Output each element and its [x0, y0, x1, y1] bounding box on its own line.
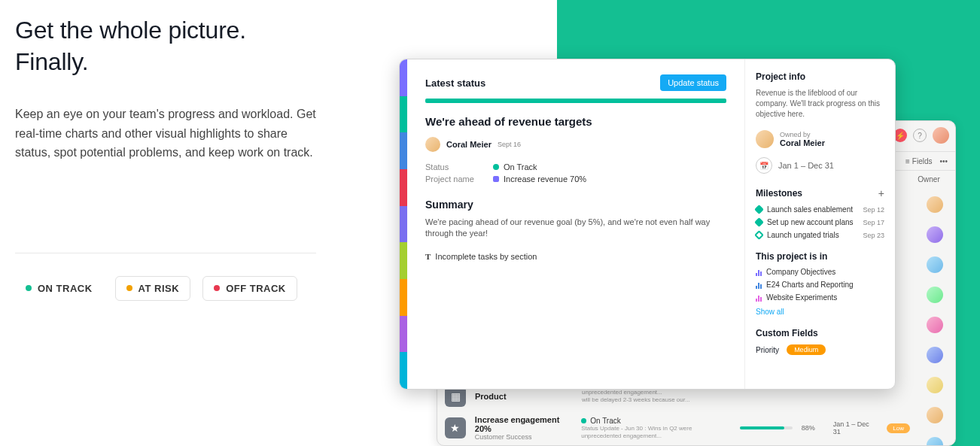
show-all-link[interactable]: Show all [756, 308, 784, 316]
project-date-range[interactable]: 📅 Jan 1 – Dec 31 [756, 157, 884, 174]
status-update-modal: Latest status Update status We're ahead … [399, 59, 896, 390]
project-name-value: Increase revenue 70% [504, 174, 586, 184]
fields-button[interactable]: ≡Fields [905, 157, 933, 165]
summary-text: We're pacing ahead of our revenue goal (… [425, 217, 726, 240]
progress-percent: 88% [802, 424, 824, 432]
summary-heading: Summary [425, 199, 726, 211]
avatar[interactable] [927, 256, 943, 273]
row-snippet: unprecedented engagement... [582, 389, 732, 396]
avatar[interactable] [927, 377, 943, 393]
window-header-icons: ⚡ ? [893, 127, 949, 144]
portfolio-name: E24 Charts and Reporting [766, 281, 854, 289]
incomplete-tasks-label: Incomplete tasks by section [435, 252, 537, 261]
author-name: Coral Meier [446, 140, 492, 149]
milestone-complete-icon [754, 205, 764, 214]
milestone-item[interactable]: Set up new account plans Sep 17 [756, 218, 884, 226]
project-description: Revenue is the lifeblood of our company.… [756, 88, 884, 120]
milestone-item[interactable]: Launch sales enablement Sep 12 [756, 205, 884, 214]
milestone-date: Sep 23 [863, 232, 884, 239]
tab-at-risk[interactable]: AT RISK [115, 276, 191, 301]
calendar-icon: 📅 [756, 157, 772, 174]
milestone-date: Sep 12 [863, 206, 884, 214]
tab-on-track[interactable]: ON TRACK [15, 276, 103, 301]
portfolio-link[interactable]: E24 Charts and Reporting [756, 281, 884, 289]
row-status: On Track [581, 417, 731, 425]
latest-status-heading: Latest status [425, 77, 485, 89]
status-label: Status [425, 162, 493, 171]
milestone-complete-icon [754, 217, 764, 227]
row-title: Increase engagement 20% [475, 415, 572, 433]
status-dot-red-icon [214, 285, 220, 291]
bars-icon [756, 294, 762, 302]
profile-avatar[interactable] [933, 127, 949, 144]
hero-title: Get the whole picture. Finally. [15, 15, 316, 77]
row-blurb: will be delayed 2-3 weeks because our... [582, 396, 732, 404]
project-owner[interactable]: Owned by Coral Meier [756, 130, 884, 148]
portfolio-link[interactable]: Company Objectives [756, 268, 884, 276]
priority-pill: Low [887, 423, 910, 433]
bars-icon [756, 269, 762, 276]
progress-bar [740, 426, 793, 429]
text-t-icon: T [425, 252, 431, 261]
owner-column-header: Owner [910, 175, 948, 184]
status-value: On Track [504, 162, 537, 171]
tab-off-track[interactable]: OFF TRACK [202, 276, 297, 301]
status-tabs: ON TRACK AT RISK OFF TRACK [15, 276, 316, 301]
tab-label: OFF TRACK [226, 283, 286, 294]
avatar[interactable] [927, 287, 943, 303]
hero-description: Keep an eye on your team's progress and … [15, 105, 316, 162]
milestones-heading: Milestones [756, 188, 802, 199]
avatar[interactable] [927, 317, 943, 333]
author-date: Sept 16 [498, 141, 521, 148]
status-dot-orange-icon [126, 285, 132, 291]
milestone-item[interactable]: Launch ungated trials Sep 23 [756, 231, 884, 239]
project-star-icon: ★ [445, 417, 466, 438]
portfolio-link[interactable]: Website Experiments [756, 293, 884, 302]
project-color-icon [493, 176, 499, 182]
status-headline: We're ahead of revenue targets [425, 115, 726, 128]
milestone-title: Launch ungated trials [767, 231, 839, 239]
bars-icon [756, 281, 762, 289]
more-icon[interactable]: ••• [939, 157, 948, 165]
update-status-button[interactable]: Update status [660, 74, 726, 91]
avatar[interactable] [927, 407, 943, 423]
owner-avatar [756, 130, 774, 148]
table-row[interactable]: ★ Increase engagement 20% Customer Succe… [445, 414, 910, 442]
tab-label: AT RISK [138, 283, 180, 294]
status-dot-icon [493, 164, 499, 170]
author-row: Coral Meier Sept 16 [425, 137, 726, 152]
table-rows: ▦ Product unprecedented engagement... wi… [445, 382, 910, 442]
row-date: Jan 1 – Dec 31 [833, 420, 878, 435]
add-milestone-icon[interactable]: + [878, 187, 884, 199]
status-dot-green-icon [26, 285, 32, 291]
divider [15, 253, 316, 253]
row-title: Product [475, 392, 573, 401]
date-range-value: Jan 1 – Dec 31 [778, 161, 834, 170]
custom-field-row[interactable]: Priority Medium [756, 344, 884, 355]
project-name-label: Project name [425, 174, 493, 184]
project-info-sidebar: Project info Revenue is the lifeblood of… [744, 59, 895, 389]
incomplete-tasks-section[interactable]: T Incomplete tasks by section [425, 252, 726, 261]
avatar[interactable] [927, 437, 943, 446]
owner-avatars-column [927, 196, 943, 446]
priority-pill: Medium [787, 344, 826, 355]
row-blurb: Status Update - Jun 30 : Wins in Q2 were… [581, 425, 731, 439]
tab-label: ON TRACK [38, 283, 93, 294]
help-icon[interactable]: ? [913, 129, 927, 142]
portfolio-name: Website Experiments [766, 293, 837, 302]
status-progress-bar [425, 99, 726, 103]
avatar[interactable] [927, 196, 943, 213]
custom-field-label: Priority [756, 346, 779, 354]
milestone-date: Sep 17 [863, 219, 884, 226]
milestone-open-icon [754, 230, 764, 240]
avatar[interactable] [927, 347, 943, 363]
owned-by-label: Owned by [780, 131, 825, 138]
row-subtitle: Customer Success [475, 433, 572, 441]
milestone-title: Launch sales enablement [767, 205, 853, 214]
portfolio-name: Company Objectives [766, 268, 835, 276]
avatar[interactable] [927, 226, 943, 243]
milestone-title: Set up new account plans [767, 218, 854, 226]
custom-fields-heading: Custom Fields [756, 328, 884, 338]
author-avatar[interactable] [425, 137, 440, 152]
modal-main: Latest status Update status We're ahead … [407, 59, 744, 389]
